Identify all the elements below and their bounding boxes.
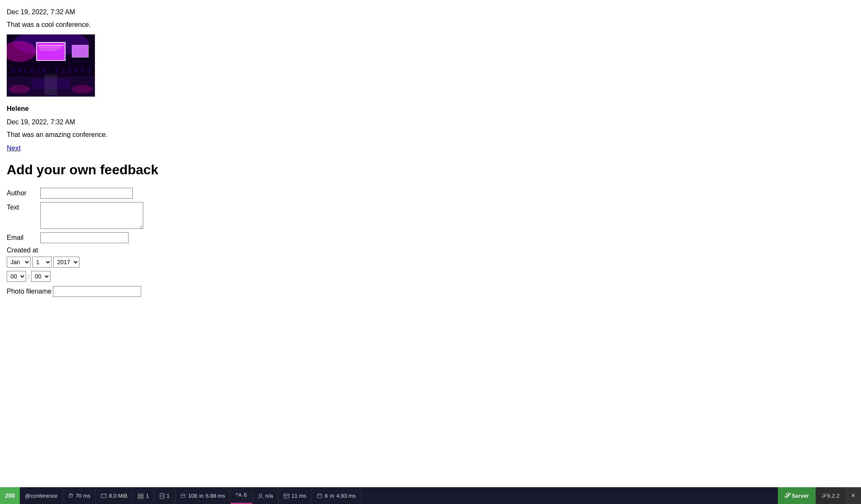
svg-point-15 <box>30 68 34 73</box>
author-label: Author <box>7 188 40 197</box>
svg-point-22 <box>74 68 78 74</box>
svg-rect-10 <box>72 45 88 57</box>
svg-point-14 <box>24 68 28 74</box>
email-input[interactable] <box>40 232 129 243</box>
svg-rect-33 <box>105 494 105 494</box>
server-badge: 𝒮 Server <box>778 487 815 504</box>
day-select[interactable]: 1234 5678 9101112 13141516 17181920 2122… <box>32 257 52 268</box>
time-value: 70 ms <box>76 493 90 499</box>
svg-rect-6 <box>38 45 63 46</box>
svg-point-17 <box>42 68 47 73</box>
db-count: 6 <box>325 493 328 499</box>
bottom-toolbar: 200 @conference ⏱ 70 ms 8.0 MiB 1 <box>0 487 861 504</box>
toolbar-icon2: 1 <box>155 487 175 504</box>
feedback-heading: Add your own feedback <box>7 162 854 178</box>
toolbar-route: @conference <box>20 487 63 504</box>
svg-point-19 <box>55 68 59 73</box>
status-code-badge[interactable]: 200 <box>0 487 20 504</box>
svg-point-23 <box>80 68 84 73</box>
svg-point-24 <box>87 69 91 74</box>
memory-value: 8.0 MiB <box>109 493 127 499</box>
svg-point-29 <box>49 67 52 71</box>
date-selects: JanFebMar AprMayJun JulAugSep OctNovDec … <box>7 257 854 268</box>
svg-point-27 <box>72 85 93 93</box>
version-value: 6.2.2 <box>827 493 840 499</box>
db-time: 4.93 ms <box>336 493 356 499</box>
toolbar-db: 6 in 4.93 ms <box>312 487 361 504</box>
main-content: Dec 19, 2022, 7:32 AM That was a cool co… <box>0 0 861 326</box>
toolbar-queries: 108 in 6.88 ms <box>175 487 231 504</box>
feedback-form: Add your own feedback Author Text Email … <box>7 162 854 297</box>
comment-1-text: That was a cool conference. <box>7 21 854 29</box>
toolbar-icon1: 1 <box>133 487 154 504</box>
svg-point-43 <box>318 494 322 495</box>
translation-count: 6 <box>244 492 247 498</box>
mail-icon <box>284 493 289 499</box>
db-in: in <box>330 493 334 499</box>
queries-time: 6.88 ms <box>206 493 225 499</box>
symfony-icon: 𝒮 <box>785 492 789 499</box>
icon1-value: 1 <box>146 493 149 499</box>
email-row: Email <box>7 232 854 243</box>
toolbar-user: n/a <box>252 487 278 504</box>
file-icon <box>160 492 165 499</box>
comment-2-timestamp: Dec 19, 2022, 7:32 AM <box>7 118 854 126</box>
queries-in: in <box>200 493 204 499</box>
comment-2-text: That was an amazing conference. <box>7 131 854 139</box>
svg-point-21 <box>68 68 72 73</box>
svg-rect-36 <box>138 497 143 499</box>
svg-point-12 <box>11 69 15 74</box>
svg-point-20 <box>61 69 66 74</box>
toolbar-mail: 11 ms <box>278 487 312 504</box>
queries-icon <box>180 492 186 499</box>
photo-input[interactable] <box>53 286 141 297</box>
comment-2: Helene Dec 19, 2022, 7:32 AM That was an… <box>7 105 854 139</box>
svg-point-41 <box>259 494 262 496</box>
time-separator: : <box>27 273 30 280</box>
created-at-label: Created at <box>7 247 854 254</box>
year-select[interactable]: 201720182019 202020212022 2023 <box>53 257 79 268</box>
minute-select[interactable]: 00051015 20253035 40455055 <box>31 271 50 282</box>
version-info: 𝒮 6.2.2 <box>816 487 845 504</box>
text-label: Text <box>7 202 40 211</box>
author-row: Author <box>7 188 854 199</box>
db-icon <box>317 492 323 499</box>
toolbar-memory: 8.0 MiB <box>96 487 133 504</box>
svg-rect-30 <box>50 71 52 74</box>
svg-point-13 <box>17 68 21 73</box>
svg-rect-34 <box>138 494 143 495</box>
svg-rect-31 <box>101 494 106 498</box>
comment-1: Dec 19, 2022, 7:32 AM That was a cool co… <box>7 8 854 97</box>
close-icon: × <box>851 492 855 499</box>
svg-rect-7 <box>39 47 60 48</box>
translation-icon: ᴬA <box>236 492 242 498</box>
svg-rect-32 <box>102 494 103 494</box>
svg-point-16 <box>36 69 40 74</box>
svg-rect-37 <box>160 494 164 499</box>
comment-2-author: Helene <box>7 105 854 113</box>
svg-rect-35 <box>138 496 143 497</box>
author-input[interactable] <box>40 188 133 199</box>
symfony-version-icon: 𝒮 <box>822 492 826 499</box>
email-label: Email <box>7 232 40 242</box>
toolbar-translation: ᴬA 6 <box>231 487 252 504</box>
server-label: Server <box>792 493 808 499</box>
close-button[interactable]: × <box>845 487 861 504</box>
svg-point-40 <box>181 494 185 496</box>
text-row: Text <box>7 202 854 229</box>
month-select[interactable]: JanFebMar AprMayJun JulAugSep OctNovDec <box>7 257 31 268</box>
photo-label: Photo filename <box>7 288 53 295</box>
user-value: n/a <box>265 493 273 499</box>
toolbar-time: ⏱ 70 ms <box>63 487 96 504</box>
queries-count: 108 <box>188 493 197 499</box>
conference-image <box>7 34 95 97</box>
photo-row: Photo filename <box>7 286 854 297</box>
icon2-value: 1 <box>167 493 170 499</box>
svg-rect-28 <box>45 74 57 95</box>
svg-rect-8 <box>40 50 57 50</box>
next-link[interactable]: Next <box>7 144 21 152</box>
text-input[interactable] <box>40 202 143 229</box>
time-selects: 00010203 04050607 08091011 12131415 1617… <box>7 271 854 282</box>
clock-icon: ⏱ <box>68 493 74 499</box>
hour-select[interactable]: 00010203 04050607 08091011 12131415 1617… <box>7 271 26 282</box>
